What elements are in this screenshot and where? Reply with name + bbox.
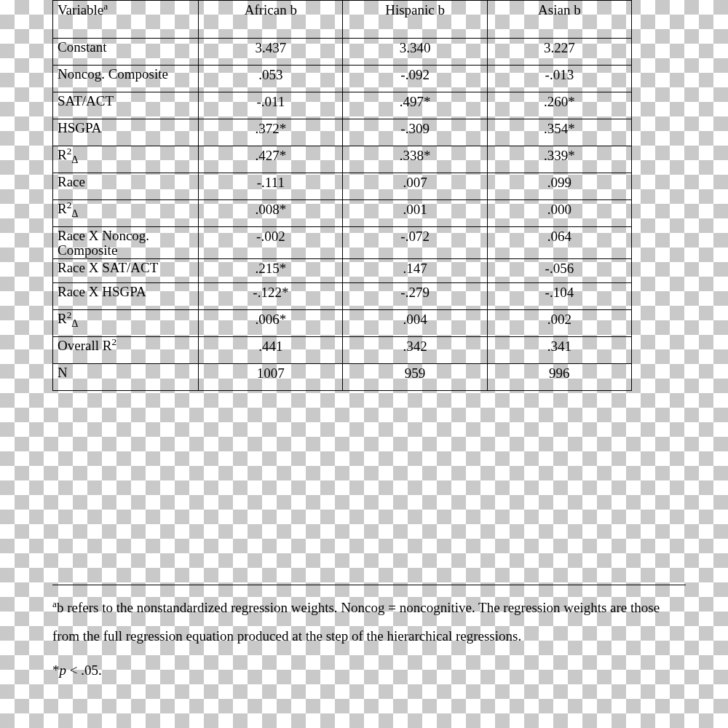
footnote-divider [52,585,686,585]
row-value: 3.437 [199,39,343,66]
row-value: -.092 [343,65,487,92]
table-row: Race-.111.007.099 [53,173,632,199]
table-row: Overall R2.441.342.341 [53,337,632,364]
table-row: SAT/ACT-.011.497*.260* [53,92,632,119]
row-value: -.111 [199,173,343,199]
row-value: .064 [487,226,631,259]
row-value: -.309 [343,119,487,146]
row-value: -.122* [199,283,343,310]
row-value: .339* [487,146,631,173]
row-variable-label: R2Δ [53,310,199,337]
row-value: -.279 [343,283,487,310]
table-row: R2Δ.427*.338*.339* [53,146,632,173]
row-value: -.072 [343,226,487,259]
table-row: R2Δ.006*.004.002 [53,310,632,337]
row-value: .215* [199,259,343,283]
row-variable-label: N [53,364,199,391]
row-value: 1007 [199,364,343,391]
row-value: -.011 [199,92,343,119]
row-value: -.104 [487,283,631,310]
row-value: .372* [199,119,343,146]
row-value: .147 [343,259,487,283]
row-value: .338* [343,146,487,173]
row-value: .006* [199,310,343,337]
table-row: N1007959996 [53,364,632,391]
header-asian: Asian b [487,1,631,39]
table-row: Constant3.4373.3403.227 [53,39,632,66]
row-value: 3.227 [487,39,631,66]
row-value: .004 [343,310,487,337]
row-value: .099 [487,173,631,199]
row-variable-label: Overall R2 [53,337,199,364]
header-hispanic: Hispanic b [343,1,487,39]
footnotes: ab refers to the nonstandardized regress… [52,594,686,685]
row-variable-label: Race X SAT/ACT [53,259,199,283]
footnote-a: ab refers to the nonstandardized regress… [52,594,686,651]
table-header-row: Variablea African b Hispanic b Asian b [53,1,632,39]
row-variable-label: Constant [53,39,199,66]
table-row: Race X SAT/ACT.215*.147-.056 [53,259,632,283]
row-value: .260* [487,92,631,119]
row-value: 3.340 [343,39,487,66]
row-variable-label: Race X Noncog.Composite [53,226,199,259]
row-variable-label: Race X HSGPA [53,283,199,310]
header-variable: Variablea [53,1,199,39]
row-value: .497* [343,92,487,119]
row-value: .007 [343,173,487,199]
row-value: .354* [487,119,631,146]
row-value: .053 [199,65,343,92]
table-row: Race X Noncog.Composite-.002-.072.064 [53,226,632,259]
row-variable-label: HSGPA [53,119,199,146]
regression-table: Variablea African b Hispanic b Asian b C… [52,0,632,391]
row-value: 959 [343,364,487,391]
row-value: .342 [343,337,487,364]
row-variable-label: SAT/ACT [53,92,199,119]
row-value: -.002 [199,226,343,259]
table-row: R2Δ.008*.001.000 [53,199,632,226]
row-variable-label: Noncog. Composite [53,65,199,92]
row-value: .001 [343,199,487,226]
footnote-pvalue: *p < .05. [52,657,686,685]
row-value: -.056 [487,259,631,283]
row-value: .427* [199,146,343,173]
row-value: -.013 [487,65,631,92]
table-row: HSGPA.372*-.309.354* [53,119,632,146]
row-value: .441 [199,337,343,364]
table-row: Noncog. Composite.053-.092-.013 [53,65,632,92]
row-value: 996 [487,364,631,391]
row-variable-label: R2Δ [53,199,199,226]
row-variable-label: R2Δ [53,146,199,173]
row-value: .002 [487,310,631,337]
row-value: .008* [199,199,343,226]
row-value: .000 [487,199,631,226]
row-variable-label: Race [53,173,199,199]
header-african: African b [199,1,343,39]
table-row: Race X HSGPA-.122*-.279-.104 [53,283,632,310]
row-value: .341 [487,337,631,364]
